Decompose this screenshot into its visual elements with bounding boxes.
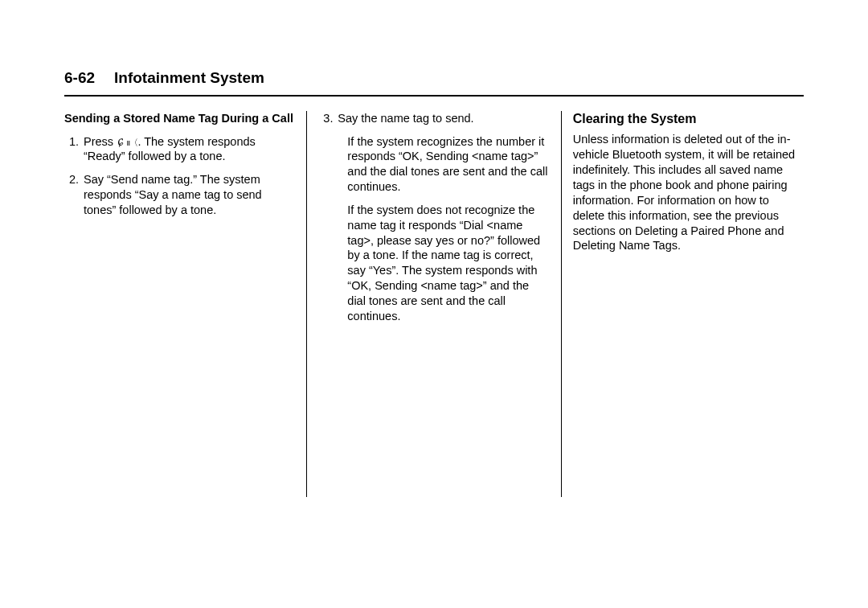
content-columns: Sending a Stored Name Tag During a Call … [64,111,804,497]
step-list: 1. Press ɕ ıı〈. The system responds “Rea… [64,134,295,218]
column-1: Sending a Stored Name Tag During a Call … [64,111,306,497]
step-number: 1. [64,134,84,165]
sub-paragraph-recognize: If the system recognizes the number it r… [338,134,549,195]
step-2: 2. Say “Send name tag.” The system respo… [64,172,295,218]
page-number: 6-62 [64,69,95,86]
step-list-cont: 3. Say the name tag to send. [318,111,549,126]
sub-paragraph-not-recognize: If the system does not recognize the nam… [338,203,549,324]
chapter-title: Infotainment System [114,69,264,86]
step-number: 2. [64,172,84,218]
body-paragraph: Unless information is deleted out of the… [573,132,804,253]
column-3: Clearing the System Unless information i… [562,111,804,497]
heading-clearing: Clearing the System [573,111,804,128]
step-1: 1. Press ɕ ıı〈. The system responds “Rea… [64,134,295,165]
step-number: 3. [318,111,338,126]
step-text: Say “Send name tag.” The system responds… [84,172,295,218]
voice-icon: ıı〈 [126,137,137,148]
subheading-sending: Sending a Stored Name Tag During a Call [64,111,295,126]
step-text: Say the name tag to send. [338,111,549,126]
step-3: 3. Say the name tag to send. [318,111,549,126]
step-text: Press ɕ ıı〈. The system responds “Ready”… [84,134,295,165]
column-2: 3. Say the name tag to send. If the syst… [307,111,560,497]
page-header: 6-62Infotainment System [64,68,804,97]
